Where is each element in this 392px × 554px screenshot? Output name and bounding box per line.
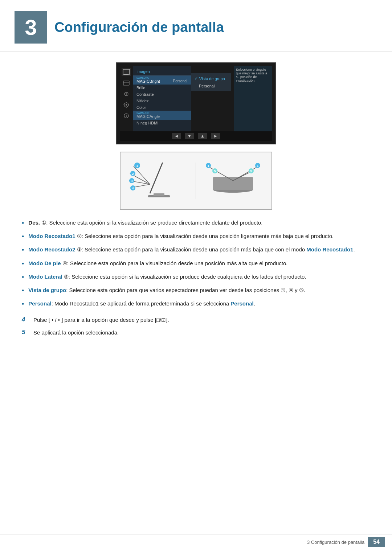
list-item-vista: • Vista de grupo: Seleccione esta opción… — [22, 286, 370, 295]
angle-svg-left: 1 2 3 4 — [126, 155, 192, 206]
menu-item-magicangle: SAMSUNG MAGICAngle — [133, 111, 191, 120]
menu-item-contraste: Contraste — [133, 91, 191, 98]
bullet-text-recostado2: Modo Recostado2 ③: Seleccione esta opció… — [28, 246, 370, 254]
bullet-text-lateral: Modo Lateral ⑤: Seleccione esta opción s… — [28, 273, 370, 281]
bullet-dot: • — [22, 219, 24, 228]
list-item-recostado2: • Modo Recostado2 ③: Seleccione esta opc… — [22, 246, 370, 255]
divider — [196, 163, 196, 199]
menu-item-color: Color — [133, 104, 191, 111]
list-item-des: • Des. ①: Seleccione esta opción si la v… — [22, 219, 370, 228]
bullet-text-des: Des. ①: Seleccione esta opción si la vis… — [28, 219, 370, 227]
step-5: 5 Se aplicará la opción seleccionada. — [22, 329, 370, 337]
sidebar-icon-image — [122, 68, 131, 76]
menu-item-nneg: N neg HDMI — [133, 120, 191, 126]
step-4: 4 Pulse [ • / • ] para ir a la opción qu… — [22, 316, 370, 324]
menu-item-nitidez: Nitidez — [133, 98, 191, 104]
bullet-text-depie: Modo De pie ④: Seleccione esta opción pa… — [28, 259, 370, 268]
menu-header: Imagen — [133, 68, 191, 75]
bullet-dot-3: • — [22, 246, 24, 255]
svg-text:i: i — [126, 114, 127, 118]
svg-text:2: 2 — [132, 172, 134, 176]
svg-text:1: 1 — [257, 164, 259, 168]
sidebar-icon-2 — [122, 79, 131, 87]
bullet-dot-4: • — [22, 259, 24, 268]
nav-btn-left: ◄ — [172, 133, 181, 139]
page-title: Configuración de pantalla — [54, 20, 224, 35]
samsung-magic-label: SAMSUNG — [136, 77, 187, 79]
submenu-item-vista: Vista de grupo — [191, 75, 231, 82]
svg-text:5: 5 — [214, 169, 216, 173]
svg-rect-1 — [124, 74, 128, 75]
svg-rect-31 — [213, 177, 253, 190]
step-number-4: 4 — [22, 316, 28, 323]
menu-area: Imagen SAMSUNG MAGICBright Personal Bril… — [133, 66, 272, 131]
list-item-depie: • Modo De pie ④: Seleccione esta opción … — [22, 259, 370, 268]
bullet-dot-2: • — [22, 232, 24, 241]
svg-rect-16 — [154, 193, 164, 196]
tooltip-panel: Seleccione el ángulo que mejor se ajuste… — [234, 66, 272, 131]
step-number-5: 5 — [22, 329, 28, 336]
magicbright-value: Personal — [173, 79, 187, 83]
monitor-screenshot: i Imagen SAMSUNG MAGICBright Personal Br… — [116, 62, 276, 144]
nav-btn-enter: ▲ — [198, 133, 207, 139]
menu-panel: Imagen SAMSUNG MAGICBright Personal Bril… — [133, 66, 191, 131]
svg-line-18 — [134, 166, 150, 184]
nav-btn-down: ▼ — [185, 133, 194, 139]
svg-point-8 — [126, 104, 127, 106]
step-text-5: Se aplicará la opción seleccionada. — [33, 329, 370, 337]
angle-illustration: 1 2 3 4 1 — [22, 152, 370, 210]
bullet-text-recostado1: Modo Recostado1 ②: Seleccione esta opció… — [28, 232, 370, 241]
footer-page-number: 54 — [368, 537, 385, 547]
main-content: i Imagen SAMSUNG MAGICBright Personal Br… — [0, 62, 392, 337]
angle-box: 1 2 3 4 1 — [120, 152, 272, 210]
menu-item-brillo: Brillo — [133, 85, 191, 91]
list-item-lateral: • Modo Lateral ⑤: Seleccione esta opción… — [22, 273, 370, 282]
svg-text:3: 3 — [131, 179, 132, 183]
sidebar-icon-3 — [122, 90, 131, 98]
menu-sidebar: i — [120, 66, 133, 131]
bullet-dot-5: • — [22, 273, 24, 282]
svg-line-17 — [150, 163, 163, 193]
submenu-item-personal: Personal — [191, 82, 231, 90]
page-footer: 3 Configuración de pantalla 54 — [0, 534, 392, 547]
menu-item-magicbright: SAMSUNG MAGICBright Personal — [133, 75, 191, 85]
svg-text:5: 5 — [250, 169, 252, 173]
bullet-text-personal: Personal: Modo Recostado1 se aplicará de… — [28, 300, 370, 308]
bullet-list: • Des. ①: Seleccione esta opción si la v… — [22, 219, 370, 309]
list-item-personal: • Personal: Modo Recostado1 se aplicará … — [22, 300, 370, 309]
angle-svg-right: 1 1 5 5 — [200, 155, 266, 206]
nav-bar: ◄ ▼ ▲ ► — [120, 131, 272, 141]
bullet-dot-7: • — [22, 300, 24, 309]
page-header: 3 Configuración de pantalla — [0, 0, 392, 52]
svg-text:1: 1 — [208, 164, 209, 168]
bullet-dot-6: • — [22, 286, 24, 295]
step-text-4: Pulse [ • / • ] para ir a la opción que … — [33, 316, 370, 324]
svg-text:4: 4 — [132, 186, 134, 190]
submenu-panel: Vista de grupo Personal — [191, 73, 231, 91]
samsung-magic-angle-label: SAMSUNG — [136, 112, 187, 114]
nav-btn-right: ► — [211, 133, 220, 139]
svg-text:1: 1 — [136, 164, 138, 168]
chapter-number: 3 — [15, 11, 47, 44]
sidebar-icon-4 — [122, 101, 131, 109]
svg-rect-0 — [123, 69, 130, 74]
screenshot-container: i Imagen SAMSUNG MAGICBright Personal Br… — [22, 62, 370, 144]
footer-text: 3 Configuración de pantalla — [307, 539, 364, 545]
bullet-text-vista: Vista de grupo: Seleccione esta opción p… — [28, 286, 370, 295]
svg-rect-2 — [123, 81, 129, 85]
sidebar-icon-5: i — [122, 112, 131, 120]
list-item-recostado1: • Modo Recostado1 ②: Seleccione esta opc… — [22, 232, 370, 241]
